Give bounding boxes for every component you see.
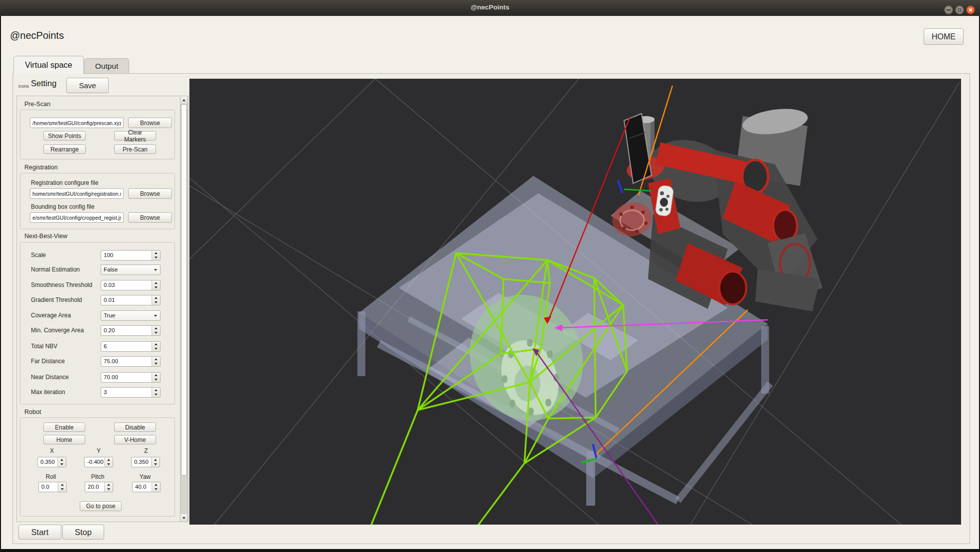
yaw-spinner[interactable]: 40.0 <box>132 482 161 492</box>
spin-up-button[interactable] <box>152 251 160 256</box>
page-title: @necPoints <box>10 30 64 41</box>
spin-down-button[interactable] <box>105 487 113 492</box>
registration-browse-button[interactable]: Browse <box>128 188 172 199</box>
icons-label: icons <box>18 84 29 89</box>
show-points-button[interactable]: Show Points <box>43 131 86 140</box>
spin-up-button[interactable] <box>152 295 160 300</box>
normal-estimation-label: Normal Estimation <box>31 265 80 275</box>
spinner-value: 70.00 <box>101 373 152 382</box>
spin-down-button[interactable] <box>152 462 160 467</box>
start-button[interactable]: Start <box>18 525 61 540</box>
minimize-icon[interactable] <box>944 5 953 14</box>
near-distance-label: Near Distance <box>31 372 69 383</box>
spin-up-button[interactable] <box>152 457 160 462</box>
spin-down-button[interactable] <box>152 331 160 336</box>
x-label: X <box>43 447 60 454</box>
spin-down-button[interactable] <box>152 300 160 305</box>
spin-up-button[interactable] <box>105 482 113 487</box>
registration-config-input[interactable] <box>30 188 124 199</box>
robot-vhome-button[interactable]: V-Home <box>114 435 156 444</box>
y-spinner[interactable]: -0.400 <box>84 457 113 467</box>
close-icon[interactable]: ✕ <box>966 5 975 14</box>
scale-label: Scale <box>31 250 46 261</box>
spin-up-button[interactable] <box>152 373 160 378</box>
chevron-down-icon <box>154 269 157 271</box>
pitch-label: Pitch <box>87 473 109 480</box>
spinner-value: 0.03 <box>101 280 152 290</box>
settings-scrollbar[interactable] <box>180 96 188 522</box>
spinner-value: 40.0 <box>133 482 152 492</box>
spin-down-button[interactable] <box>58 462 66 467</box>
pre-scan-button[interactable]: Pre-Scan <box>114 144 156 154</box>
pitch-spinner[interactable]: 20.0 <box>85 482 113 492</box>
spinner-value: 100 <box>101 251 152 260</box>
spin-down-button[interactable] <box>152 393 160 398</box>
stop-button[interactable]: Stop <box>62 525 104 540</box>
spin-down-button[interactable] <box>152 347 160 352</box>
roll-label: Roll <box>40 473 62 480</box>
coverage-area-label: Coverage Area <box>31 310 71 321</box>
tab-virtual-space[interactable]: Virtual space <box>13 56 84 74</box>
robot-disable-button[interactable]: Disable <box>114 422 156 432</box>
go-to-pose-button[interactable]: Go to pose <box>80 501 122 511</box>
scrollbar-thumb[interactable] <box>181 104 187 476</box>
gradient-threshold-label: Gradient Threshold <box>31 295 82 305</box>
spin-up-button[interactable] <box>152 388 160 393</box>
scroll-down-button[interactable] <box>180 514 187 522</box>
rearrange-button[interactable]: Rearrange <box>43 144 86 154</box>
spin-up-button[interactable] <box>105 457 113 462</box>
spin-down-button[interactable] <box>152 256 160 261</box>
spinner-value: 3 <box>101 388 152 397</box>
spin-down-button[interactable] <box>105 462 113 467</box>
robot-enable-button[interactable]: Enable <box>43 422 85 432</box>
select-value: True <box>101 311 154 320</box>
near-distance-spinner[interactable]: 70.00 <box>101 372 161 383</box>
spin-up-button[interactable] <box>152 357 160 362</box>
spin-up-button[interactable] <box>152 326 160 331</box>
spinner-value: 6 <box>101 342 152 351</box>
maximize-icon[interactable] <box>955 5 964 14</box>
spinner-value: 0.01 <box>101 295 152 305</box>
spin-up-button[interactable] <box>152 280 160 285</box>
bbox-browse-button[interactable]: Browse <box>128 212 172 223</box>
spin-up-button[interactable] <box>58 457 66 462</box>
spin-down-button[interactable] <box>58 487 66 492</box>
spinner-value: -0.400 <box>85 457 104 467</box>
spinner-value: 0.350 <box>132 457 151 467</box>
smoothness-threshold-spinner[interactable]: 0.03 <box>101 280 161 290</box>
max-iteration-spinner[interactable]: 3 <box>101 387 161 398</box>
coverage-area-select[interactable]: True <box>101 310 161 321</box>
spin-up-button[interactable] <box>152 342 160 347</box>
robot-home-button[interactable]: Home <box>43 435 85 444</box>
spin-up-button[interactable] <box>152 482 160 487</box>
clear-markers-button[interactable]: Clear Markers <box>114 131 156 140</box>
bbox-config-label: Bounding box config file <box>31 203 94 210</box>
scroll-up-button[interactable] <box>180 96 187 104</box>
prescan-browse-button[interactable]: Browse <box>128 118 172 128</box>
spin-down-button[interactable] <box>152 285 160 290</box>
3d-viewport[interactable] <box>189 79 961 525</box>
tab-output[interactable]: Output <box>84 58 129 74</box>
y-label: Y <box>90 447 107 454</box>
home-button[interactable]: HOME <box>924 28 964 45</box>
setting-label: Setting <box>31 79 56 88</box>
min-converge-area-spinner[interactable]: 0.20 <box>101 325 161 336</box>
bbox-config-input[interactable] <box>30 212 124 223</box>
normal-estimation-select[interactable]: False <box>101 265 161 275</box>
x-spinner[interactable]: 0.350 <box>37 457 66 467</box>
spin-up-button[interactable] <box>58 482 66 487</box>
spin-down-button[interactable] <box>152 487 160 492</box>
save-button[interactable]: Save <box>66 78 109 93</box>
spin-down-button[interactable] <box>152 378 160 383</box>
prescan-file-input[interactable] <box>30 118 124 128</box>
scale-spinner[interactable]: 100 <box>101 250 161 261</box>
roll-spinner[interactable]: 0.0 <box>38 482 67 492</box>
3d-scene <box>189 79 961 525</box>
total-nbv-spinner[interactable]: 6 <box>101 341 161 352</box>
z-label: Z <box>138 447 155 454</box>
z-spinner[interactable]: 0.350 <box>131 457 160 467</box>
spinner-value: 0.0 <box>39 482 58 492</box>
far-distance-spinner[interactable]: 75.00 <box>101 356 161 367</box>
spin-down-button[interactable] <box>152 362 160 367</box>
gradient-threshold-spinner[interactable]: 0.01 <box>101 295 161 305</box>
